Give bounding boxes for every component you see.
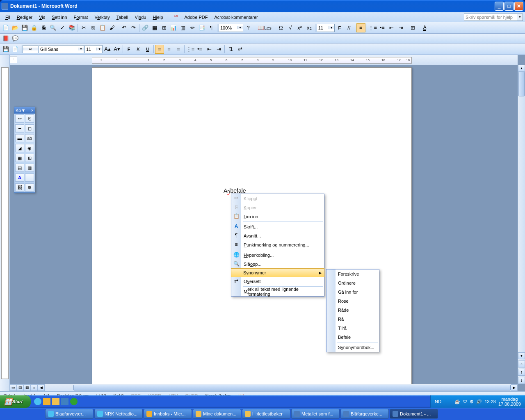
ql-outlook-icon[interactable] [43, 398, 50, 405]
task-3[interactable]: Innboks - Micr... [144, 409, 192, 419]
indent-inc-icon[interactable]: ⇥ [214, 45, 223, 54]
new-icon[interactable]: 📄 [1, 23, 10, 32]
ql-desktop-icon[interactable] [61, 398, 68, 405]
permission-icon[interactable]: 🔒 [30, 23, 39, 32]
bullets2-icon[interactable]: •≡ [378, 23, 387, 32]
save-icon[interactable]: 💾 [20, 23, 29, 32]
tray-icon-3[interactable]: ⚙ [470, 399, 474, 404]
tray-icon-4[interactable]: 🔊 [476, 399, 482, 404]
columns-icon[interactable]: ▥ [178, 23, 187, 32]
underline-icon[interactable]: U [143, 45, 152, 54]
task-5[interactable]: H:\lettlestbøker [242, 409, 290, 419]
fontsize2-combo[interactable]: ▼ [317, 24, 335, 32]
ql-media-icon[interactable] [70, 398, 78, 405]
task-7[interactable]: Blåfargeverke... [340, 409, 389, 419]
les-button[interactable]: 📖 Les [256, 23, 274, 32]
numbering-icon[interactable]: ⋮≡ [186, 45, 195, 54]
fontsize-combo[interactable]: ▼ [84, 45, 103, 53]
spell-icon[interactable]: ✓ [58, 23, 67, 32]
view-outline-icon[interactable]: ≡ [31, 384, 38, 391]
subscript-icon[interactable]: x₂ [305, 23, 314, 32]
preview-icon[interactable]: 🔍 [48, 23, 57, 32]
ctx-merk-all[interactable]: Merk all tekst med lignende formatering [231, 287, 324, 296]
floating-palette[interactable]: Ko ▼× ✏⎘ ━◻ ▬ab ◢◉ ▦⊞ ▤▥ A 🖼⚙ [14, 107, 35, 193]
ql-folder-icon[interactable] [52, 398, 59, 405]
bold-icon[interactable]: F [124, 45, 133, 54]
hyperlink-icon[interactable]: 🔗 [141, 23, 150, 32]
omega-icon[interactable]: Ω [276, 23, 285, 32]
print-icon[interactable]: 🖶 [39, 23, 48, 32]
help-dropdown[interactable]: ▼ [517, 14, 523, 21]
open-icon[interactable]: 📂 [11, 23, 20, 32]
ctx-oversett[interactable]: ⇄Oversett [231, 277, 324, 286]
palette-btn-3[interactable]: ━ [15, 124, 24, 132]
palette-btn-16[interactable]: ⚙ [25, 183, 34, 192]
undo-icon[interactable]: ↶ [119, 23, 128, 32]
superscript-icon[interactable]: x² [295, 23, 304, 32]
menu-settinn[interactable]: Sett inn [48, 14, 70, 21]
style-combo[interactable]: A↕ [23, 45, 38, 53]
tray-icon-1[interactable]: ☕ [454, 399, 460, 404]
zoom-combo[interactable]: ▼ [219, 24, 243, 32]
align-left2-icon[interactable]: ≡ [356, 23, 365, 32]
menu-acrobat[interactable]: Acrobat-kommentarer [211, 14, 261, 21]
palette-btn-5[interactable]: ▬ [15, 134, 24, 142]
ctx-avsnitt[interactable]: ¶Avsnitt... [231, 231, 324, 240]
task-1[interactable]: Blaafarvevær... [45, 409, 94, 419]
ctx-punktmerking[interactable]: ≡Punktmerking og nummerering... [231, 240, 324, 249]
ctx-synonymer[interactable]: Synonymer▶ [231, 268, 324, 277]
palette-btn-10[interactable]: ⊞ [25, 154, 34, 162]
copy-icon[interactable]: ⎘ [89, 23, 98, 32]
paste-icon[interactable]: 📋 [98, 23, 107, 32]
palette-btn-14[interactable] [25, 173, 34, 182]
doc-icon[interactable]: 📄 [11, 45, 20, 54]
font-combo[interactable]: ▼ [39, 45, 84, 53]
save3-icon[interactable]: 💾 [1, 45, 10, 54]
tray-time[interactable]: 13:28 [484, 399, 496, 404]
menu-tabell[interactable]: Tabell [113, 14, 132, 21]
menu-adobepdf[interactable]: Adobe PDF [181, 14, 211, 21]
research-icon[interactable]: 📚 [67, 23, 76, 32]
palette-btn-1[interactable]: ✏ [15, 114, 24, 123]
tabstop-selector[interactable]: L [10, 57, 17, 63]
view-web-icon[interactable]: ▤ [17, 384, 24, 391]
ctx-sla-opp[interactable]: 🔍Slå opp... [231, 260, 324, 269]
scroll-right-icon[interactable]: ▶ [511, 384, 518, 391]
fontcolor2-icon[interactable]: A [420, 23, 429, 32]
palette-btn-15[interactable]: 🖼 [15, 183, 24, 192]
palette-btn-13[interactable]: A [15, 173, 24, 182]
numbering2-icon[interactable]: ⋮≡ [368, 23, 377, 32]
ctx-skrift[interactable]: ASkrift... [231, 222, 324, 231]
vertical-scrollbar[interactable]: ▲ ▼ ○ ⭱ ⭳ [518, 65, 525, 384]
task-4[interactable]: Mine dokumen... [193, 409, 241, 419]
palette-btn-9[interactable]: ▦ [15, 154, 24, 162]
palette-btn-4[interactable]: ◻ [25, 124, 34, 132]
menu-fil[interactable]: Fil [2, 14, 14, 21]
next-page-icon[interactable]: ⭳ [518, 377, 525, 384]
table-borders-icon[interactable]: ▦ [150, 23, 159, 32]
horizontal-ruler[interactable]: 21 12 34 56 78 910 1112 1314 1516 1718 [92, 57, 412, 64]
maximize-button[interactable]: □ [504, 2, 514, 11]
start-button[interactable]: 🪟 Start [0, 395, 31, 408]
task-6[interactable]: Metallet som f... [291, 409, 340, 419]
browse-select-icon[interactable]: ○ [518, 361, 525, 368]
show-marks-icon[interactable]: ¶ [207, 23, 216, 32]
docmap-icon[interactable]: 📑 [197, 23, 206, 32]
sort-icon[interactable]: ⇅ [226, 45, 235, 54]
task-2[interactable]: NRK Nettradio... [94, 409, 143, 419]
shrink-font-icon[interactable]: A▾ [112, 45, 121, 54]
align-left-icon[interactable]: ≡ [155, 45, 164, 54]
prev-page-icon[interactable]: ⭱ [518, 369, 525, 376]
tray-lang[interactable]: NO [435, 399, 442, 404]
view-normal-icon[interactable]: ▭ [10, 384, 17, 391]
align-right-icon[interactable]: ≡ [174, 45, 183, 54]
indent-dec2-icon[interactable]: ⇤ [387, 23, 396, 32]
pdf-icon[interactable]: 📕 [1, 34, 10, 43]
bold2-icon[interactable]: F [335, 23, 344, 32]
translate-icon[interactable]: ⇄ [235, 45, 244, 54]
italic2-icon[interactable]: K [345, 23, 354, 32]
menu-hjelp[interactable]: Hjelp [149, 14, 166, 21]
close-button[interactable]: ✕ [514, 2, 523, 11]
help-icon[interactable]: ? [244, 23, 253, 32]
align-center-icon[interactable]: ≡ [164, 45, 173, 54]
